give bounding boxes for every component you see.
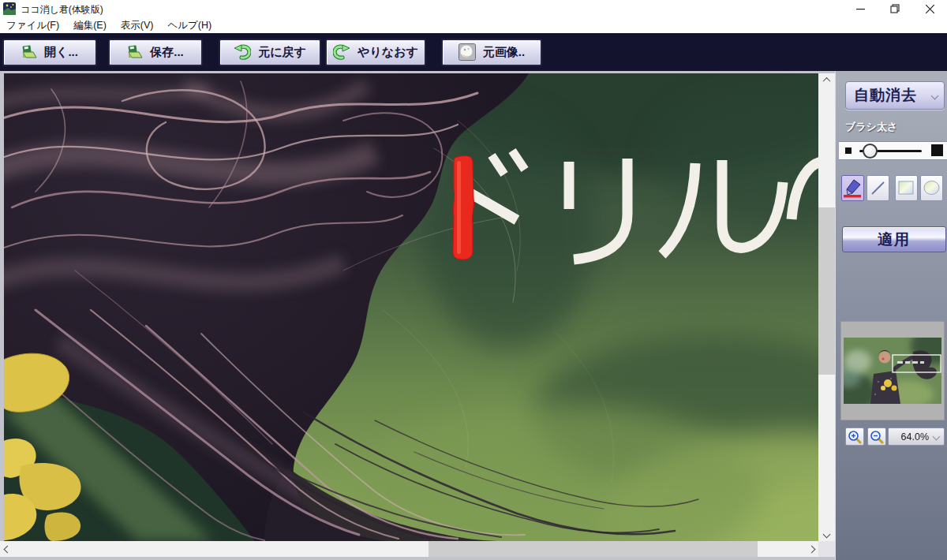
scroll-right-button[interactable]	[804, 541, 818, 557]
chevron-up-icon	[823, 77, 831, 85]
open-button-label: 開く...	[44, 45, 78, 60]
app-window: ココ消し君(体験版) ファイル(F) 編集(E) 表示(V) ヘルプ(H)	[0, 0, 947, 560]
ellipse-icon	[922, 178, 941, 198]
open-file-icon	[21, 45, 37, 59]
menu-help[interactable]: ヘルプ(H)	[167, 17, 219, 34]
save-button-label: 保存...	[150, 45, 184, 60]
undo-arrow-icon	[234, 44, 251, 60]
zoom-level-dropdown[interactable]: 64.0%	[888, 427, 945, 446]
red-brush-stroke	[453, 155, 474, 259]
tool-line-button[interactable]	[867, 175, 889, 201]
chevron-down-icon	[933, 433, 941, 441]
minimize-icon	[856, 5, 865, 13]
canvas-image[interactable]	[4, 73, 818, 541]
marker-pen-icon	[843, 177, 863, 199]
original-image-button-label: 元画像..	[483, 45, 525, 60]
scrollbar-corner	[818, 541, 835, 557]
zoom-level-value: 64.0%	[901, 431, 929, 442]
title-bar: ココ消し君(体験版)	[0, 0, 947, 17]
minimize-button[interactable]	[846, 0, 874, 17]
chevron-down-icon	[823, 531, 831, 539]
erase-mode-dropdown[interactable]: 自動消去	[845, 81, 945, 110]
window-title: ココ消し君(体験版)	[21, 3, 103, 17]
zoom-in-button[interactable]	[845, 427, 864, 446]
apply-button-label: 適用	[878, 230, 911, 250]
navigator-thumbnail[interactable]	[840, 321, 945, 420]
magnifier-minus-icon	[870, 430, 884, 444]
open-button[interactable]: 開く...	[2, 39, 97, 66]
chevron-right-icon	[807, 545, 815, 553]
brush-size-label: ブラシ太さ	[845, 120, 897, 134]
tool-ellipse-button[interactable]	[920, 175, 943, 201]
toolbar: 開く... 保存... 元に戻す やりな	[0, 33, 947, 71]
brush-min-square	[845, 147, 852, 154]
rectangle-icon	[896, 178, 916, 198]
zoom-out-button[interactable]	[867, 427, 886, 446]
apply-button[interactable]: 適用	[842, 226, 946, 252]
menu-view[interactable]: 表示(V)	[121, 17, 162, 34]
chevron-left-icon	[3, 545, 11, 553]
horizontal-scrollbar[interactable]	[0, 541, 818, 557]
original-image-icon	[459, 43, 476, 61]
brush-size-slider[interactable]	[839, 141, 947, 160]
scroll-down-button[interactable]	[818, 528, 835, 541]
redo-button[interactable]: やりなおす	[325, 39, 426, 66]
restore-button[interactable]	[881, 0, 909, 17]
erase-mode-value: 自動消去	[854, 85, 917, 106]
chevron-down-icon	[931, 91, 939, 99]
scroll-up-button[interactable]	[818, 73, 835, 87]
close-icon	[926, 5, 934, 13]
save-file-icon	[127, 45, 143, 59]
vertical-scrollbar-thumb[interactable]	[818, 207, 835, 375]
menu-file[interactable]: ファイル(F)	[6, 17, 67, 34]
close-button[interactable]	[915, 0, 944, 17]
menu-bar: ファイル(F) 編集(E) 表示(V) ヘルプ(H)	[0, 17, 947, 33]
magnifier-plus-icon	[848, 430, 862, 444]
redo-arrow-icon	[333, 44, 350, 60]
save-button[interactable]: 保存...	[108, 39, 203, 66]
menu-edit[interactable]: 編集(E)	[73, 17, 114, 34]
tool-marker-pen-button[interactable]	[841, 175, 864, 201]
undo-button-label: 元に戻す	[258, 45, 306, 60]
original-image-button[interactable]: 元画像..	[441, 39, 542, 66]
restore-icon	[890, 4, 900, 13]
horizontal-scrollbar-thumb[interactable]	[429, 541, 758, 557]
sidebar: 自動消去 ブラシ太さ	[835, 71, 947, 560]
photo-hair-green	[4, 73, 818, 541]
tool-rectangle-button[interactable]	[895, 175, 918, 201]
brush-slider-handle[interactable]	[863, 144, 878, 159]
thumbnail-photo	[844, 338, 941, 404]
app-icon	[3, 2, 16, 15]
scroll-left-button[interactable]	[0, 541, 14, 557]
redo-button-label: やりなおす	[357, 45, 418, 60]
brush-max-square	[931, 144, 943, 156]
undo-button[interactable]: 元に戻す	[219, 39, 321, 66]
vertical-scrollbar[interactable]	[818, 73, 835, 541]
line-icon	[869, 179, 887, 197]
